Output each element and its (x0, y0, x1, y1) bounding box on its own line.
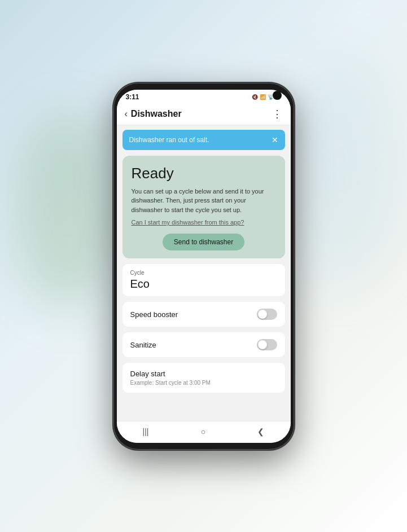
speed-booster-toggle[interactable] (257, 309, 277, 320)
ready-title: Ready (132, 165, 276, 182)
app-title: Dishwasher (131, 109, 182, 119)
speed-booster-row: Speed booster (122, 302, 285, 327)
send-to-dishwasher-button[interactable]: Send to dishwasher (163, 234, 244, 250)
status-time: 3:11 (126, 93, 139, 101)
mute-icon: 🔇 (252, 94, 258, 100)
notification-message: Dishwasher ran out of salt. (129, 136, 209, 144)
cycle-value: Eco (130, 278, 277, 291)
speed-booster-label: Speed booster (130, 310, 178, 319)
wifi-icon: 📶 (260, 94, 266, 100)
back-nav-button[interactable]: ❮ (252, 426, 270, 437)
nav-bar: ||| ○ ❮ (117, 421, 291, 443)
cycle-section[interactable]: Cycle Eco (122, 264, 285, 296)
sanitize-toggle[interactable] (257, 339, 277, 350)
dishwasher-faq-link[interactable]: Can I start my dishwasher from this app? (132, 219, 276, 226)
ready-description: You can set up a cycle below and send it… (132, 187, 276, 215)
delay-start-title: Delay start (130, 370, 277, 378)
more-menu-button[interactable]: ⋮ (272, 108, 283, 120)
notification-banner: Dishwasher ran out of salt. ✕ (122, 130, 285, 150)
home-nav-button[interactable]: ○ (195, 426, 211, 437)
delay-start-example: Example: Start cycle at 3:00 PM (130, 380, 277, 386)
content-area: Dishwasher ran out of salt. ✕ Ready You … (117, 125, 291, 421)
camera-cutout (273, 91, 282, 100)
notification-close-button[interactable]: ✕ (272, 135, 278, 144)
phone-screen: 3:11 🔇 📶 📡 🔋 ‹ Dishwasher ⋮ (117, 90, 291, 443)
app-bar-left: ‹ Dishwasher (125, 109, 182, 119)
status-bar: 3:11 🔇 📶 📡 🔋 (117, 90, 291, 103)
sanitize-row: Sanitize (122, 332, 285, 357)
back-button[interactable]: ‹ (125, 109, 128, 119)
ready-card: Ready You can set up a cycle below and s… (122, 156, 285, 259)
app-bar: ‹ Dishwasher ⋮ (117, 103, 291, 125)
recents-nav-button[interactable]: ||| (137, 426, 155, 437)
scene: 3:11 🔇 📶 📡 🔋 ‹ Dishwasher ⋮ (63, 12, 345, 520)
sanitize-label: Sanitize (130, 341, 156, 349)
phone-frame: 3:11 🔇 📶 📡 🔋 ‹ Dishwasher ⋮ (113, 83, 294, 450)
cycle-label: Cycle (130, 270, 277, 276)
delay-start-section[interactable]: Delay start Example: Start cycle at 3:00… (122, 363, 285, 393)
